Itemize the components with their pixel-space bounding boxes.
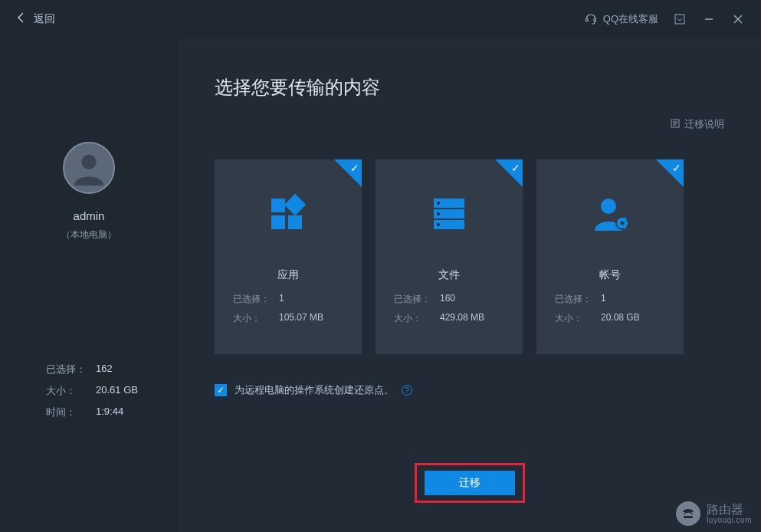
page-title: 选择您要传输的内容: [215, 75, 724, 100]
files-icon: [428, 192, 471, 235]
minimize-button[interactable]: [701, 11, 717, 27]
stat-value: 162: [96, 363, 113, 376]
card-row-value: 429.08 MB: [440, 312, 484, 325]
card-selected-row: 已选择： 1: [215, 293, 362, 306]
user-icon: [71, 150, 107, 186]
doc-icon: [671, 119, 680, 130]
stat-value: 20.61 GB: [96, 384, 138, 398]
watermark-text: 路由器 luyouqi.com: [707, 503, 752, 525]
headset-icon: [585, 12, 597, 27]
svg-point-20: [437, 223, 440, 226]
sidebar: admin （本地电脑） 已选择： 162 大小： 20.61 GB 时间： 1…: [0, 38, 178, 532]
stat-time: 时间： 1:9:44: [46, 406, 178, 419]
card-selected-row: 已选择： 160: [376, 293, 523, 306]
check-icon: ✓: [511, 162, 520, 174]
card-row-value: 20.08 GB: [601, 312, 640, 325]
svg-point-18: [437, 212, 440, 215]
card-row-label: 已选择：: [394, 293, 440, 306]
titlebar-right: QQ在线客服: [585, 11, 746, 27]
sidebar-stats: 已选择： 162 大小： 20.61 GB 时间： 1:9:44: [0, 363, 178, 427]
restore-point-checkbox[interactable]: ✓: [215, 384, 227, 396]
account-icon: [589, 192, 631, 235]
svg-rect-14: [284, 194, 306, 215]
svg-point-21: [601, 199, 616, 214]
svg-rect-0: [586, 18, 588, 21]
card-selected-row: 已选择： 1: [536, 293, 684, 306]
card-row-value: 160: [440, 293, 455, 306]
watermark-sub: luyouqi.com: [707, 516, 752, 524]
help-link[interactable]: 迁移说明: [671, 117, 724, 131]
close-button[interactable]: [730, 11, 746, 27]
svg-rect-12: [271, 215, 285, 229]
restore-point-option: ✓ 为远程电脑的操作系统创建还原点。 ?: [215, 383, 724, 397]
username-label: admin: [74, 209, 105, 222]
stat-label: 时间：: [46, 406, 96, 419]
card-row-value: 1: [279, 293, 284, 306]
card-accounts[interactable]: ✓ 帐号 已选择： 1 大小： 20.0: [536, 159, 684, 354]
local-computer-label: （本地电脑）: [61, 228, 116, 241]
stat-selected: 已选择： 162: [46, 363, 178, 376]
card-row-label: 大小：: [555, 312, 601, 325]
watermark: 路由器 luyouqi.com: [676, 501, 752, 526]
svg-rect-24: [684, 516, 693, 518]
content-area: admin （本地电脑） 已选择： 162 大小： 20.61 GB 时间： 1…: [0, 38, 761, 532]
svg-point-23: [621, 222, 625, 225]
main-panel: 选择您要传输的内容 迁移说明 ✓ 应用: [178, 38, 761, 532]
svg-point-6: [81, 155, 96, 169]
stat-value: 1:9:44: [96, 406, 123, 419]
stat-label: 已选择：: [46, 363, 96, 376]
card-row-label: 大小：: [233, 312, 279, 325]
check-icon: ✓: [350, 162, 359, 174]
check-icon: ✓: [672, 162, 681, 174]
titlebar: 返回 QQ在线客服: [0, 0, 761, 38]
svg-rect-2: [675, 15, 684, 24]
qq-support-link[interactable]: QQ在线客服: [585, 12, 658, 27]
card-title: 应用: [277, 268, 299, 282]
card-row-value: 105.07 MB: [279, 312, 323, 325]
card-row-label: 已选择：: [233, 293, 279, 306]
avatar: [63, 142, 115, 194]
migrate-button[interactable]: 迁移: [425, 471, 515, 495]
back-label: 返回: [34, 12, 55, 26]
svg-rect-13: [288, 215, 302, 229]
window-controls: [701, 11, 746, 27]
qq-support-label: QQ在线客服: [603, 12, 658, 26]
card-title: 文件: [438, 268, 460, 282]
card-apps[interactable]: ✓ 应用 已选择： 1 大小： 105.07 MB: [215, 159, 362, 354]
menu-dropdown-button[interactable]: [672, 11, 687, 27]
help-link-label: 迁移说明: [684, 117, 724, 131]
svg-rect-11: [271, 199, 285, 212]
back-arrow-icon: [15, 11, 28, 28]
card-files[interactable]: ✓ 文件 已选择： 160 大小： 429.08 MB: [376, 159, 523, 354]
card-row-label: 已选择：: [555, 293, 601, 306]
help-icon[interactable]: ?: [402, 385, 412, 396]
card-size-row: 大小： 429.08 MB: [376, 312, 523, 325]
card-row-value: 1: [601, 293, 606, 306]
svg-point-16: [437, 202, 440, 205]
stat-label: 大小：: [46, 384, 96, 398]
watermark-main: 路由器: [707, 503, 752, 517]
router-icon: [676, 501, 700, 526]
migrate-button-highlight: 迁移: [415, 463, 525, 503]
stat-size: 大小： 20.61 GB: [46, 384, 178, 398]
restore-point-label: 为远程电脑的操作系统创建还原点。: [235, 383, 394, 397]
card-row: ✓ 应用 已选择： 1 大小： 105.07 MB: [215, 159, 724, 354]
card-size-row: 大小： 20.08 GB: [536, 312, 684, 325]
back-button[interactable]: 返回: [15, 11, 55, 28]
apps-icon: [267, 192, 310, 235]
card-title: 帐号: [599, 268, 621, 282]
card-row-label: 大小：: [394, 312, 440, 325]
svg-rect-1: [594, 18, 596, 21]
card-size-row: 大小： 105.07 MB: [215, 312, 362, 325]
